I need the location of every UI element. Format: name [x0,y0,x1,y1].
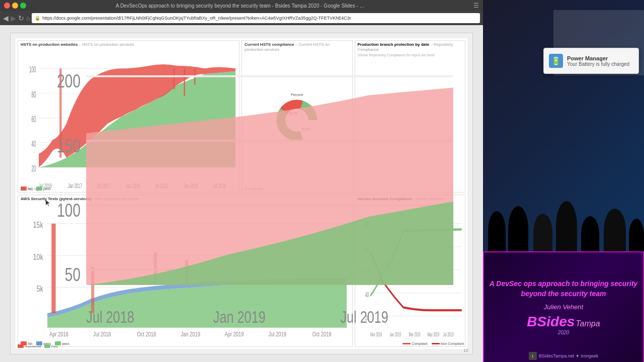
power-icon: 🔋 [549,54,563,68]
url-bar[interactable]: 🔒 https://docs.google.com/presentation/d… [32,13,480,23]
heroku-legend-noncompliant: Non Compliant [432,342,464,345]
chart-branch-panel: Production branch protection by date – R… [355,40,466,193]
power-text: Power Manager Your Battery is fully char… [567,55,629,67]
bsides-logo-text: BSides [527,315,575,329]
back-button[interactable]: ◀ [3,14,9,22]
lock-icon: 🔒 [35,16,40,21]
twitter-icon: t [529,352,537,360]
slide-inner: HSTS on production websites – HSTS on pr… [16,38,467,349]
browser-toolbar: ◀ ▶ ↻ ⌂ 🔒 https://docs.google.com/presen… [0,11,483,25]
maximize-button[interactable] [20,3,26,9]
audience-silhouettes [483,151,644,251]
menu-icon[interactable]: ☰ [473,2,479,9]
power-subtitle: Your Battery is fully charged [567,61,629,67]
reload-button[interactable]: ↻ [18,14,24,22]
heroku-legend: Compliant Non Compliant [403,342,464,345]
minimize-button[interactable] [12,3,18,9]
slide-container: HSTS on production websites – HSTS on pr… [10,33,473,354]
branch-chart-body: 200 150 100 50 Jul 2018 Jan 2019 Jul 201… [355,57,466,193]
browser-title: A DevSecOps approach to bringing securit… [116,3,367,9]
chart-hsts-title: HSTS on production websites – HSTS on pr… [18,41,239,48]
home-button[interactable]: ⌂ [26,15,30,22]
forward-button[interactable]: ▶ [11,14,16,22]
bsides-year: 2020 [558,330,569,335]
browser-controls [4,3,26,9]
heroku-legend-compliant: Compliant [403,342,428,345]
power-notification: 🔋 Power Manager Your Battery is fully ch… [543,48,639,74]
close-button[interactable] [4,3,10,9]
url-text: https://docs.google.com/presentation/d/1… [42,16,351,21]
bsides-tampa-text: Tampa [576,319,600,328]
browser-titlebar: A DevSecOps approach to bringing securit… [0,0,483,11]
bsides-speaker: Julien Vehent [544,303,583,311]
power-title: Power Manager [567,55,629,61]
browser-content: HSTS on production websites – HSTS on pr… [0,25,483,362]
bsides-footer: t BSidesTampa.net ✦ Irongeek [529,352,599,360]
audience-photo [483,0,644,251]
bsides-card: A DevSec ops approach to bringing securi… [483,251,644,362]
bsides-logo-area: BSides Tampa 2020 [527,315,600,335]
titlebar-right: ☰ [473,2,479,9]
bsides-footer-text: BSidesTampa.net ✦ Irongeek [539,353,599,358]
bsides-logo-row: BSides Tampa [527,315,600,329]
branch-svg: 200 150 100 50 Jul 2018 Jan 2019 Jul 201… [355,57,466,193]
slide-number: 10 [463,348,468,353]
bsides-title: A DevSec ops approach to bringing securi… [489,279,638,299]
chart-branch-title: Production branch protection by date – R… [355,41,465,59]
browser-window: A DevSecOps approach to bringing securit… [0,0,483,362]
chart-donut-title: Current HSTS compliance – Current HSTS o… [242,41,352,53]
